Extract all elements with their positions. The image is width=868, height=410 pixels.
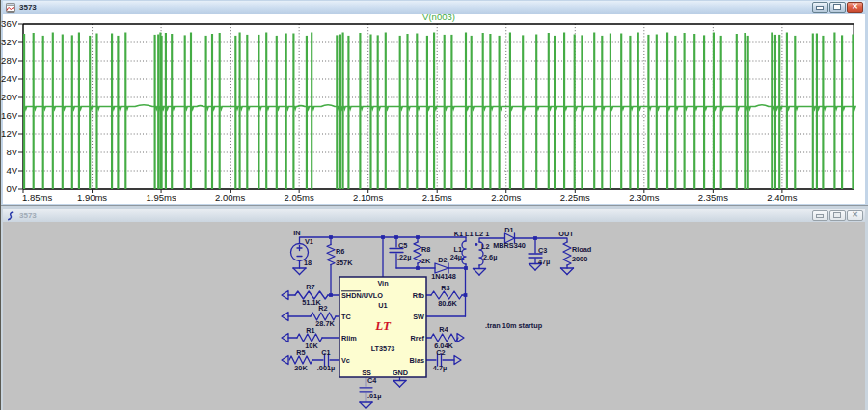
screen-edge <box>0 0 1 410</box>
restore-icon <box>834 5 840 9</box>
schematic-window-title: 3573 <box>19 211 37 220</box>
restore-icon <box>834 213 840 217</box>
minimize-icon <box>817 215 823 217</box>
close-button[interactable]: ✕ <box>847 210 863 221</box>
waveform-window-title: 3573 <box>19 3 37 12</box>
waveform-window: 3573 ✕ 0V4V8V12V16V20V24V28V32V36V1.85ms… <box>0 0 868 207</box>
ltspice-app: { "app": {"accent_close": "#D94F33", "ti… <box>0 0 868 410</box>
waveform-window-icon <box>6 3 15 13</box>
schematic-window: 3573 ✕ LTINV118R6357KC5.22µR82KD21N4148K… <box>0 205 868 410</box>
schematic-canvas[interactable] <box>3 222 865 410</box>
close-button[interactable]: ✕ <box>847 2 863 13</box>
schematic-window-icon <box>6 211 15 221</box>
waveform-plot-area[interactable] <box>3 14 865 204</box>
minimize-icon <box>817 7 823 9</box>
restore-button[interactable] <box>829 2 846 13</box>
close-icon: ✕ <box>848 210 862 220</box>
waveform-titlebar[interactable]: 3573 ✕ <box>3 1 865 14</box>
restore-button[interactable] <box>829 210 846 221</box>
close-icon: ✕ <box>848 2 862 12</box>
minimize-button[interactable] <box>812 2 828 13</box>
schematic-titlebar[interactable]: 3573 ✕ <box>3 209 865 222</box>
waveform-caption-buttons: ✕ <box>812 2 863 13</box>
schematic-caption-buttons: ✕ <box>812 210 863 221</box>
minimize-button[interactable] <box>812 210 828 221</box>
